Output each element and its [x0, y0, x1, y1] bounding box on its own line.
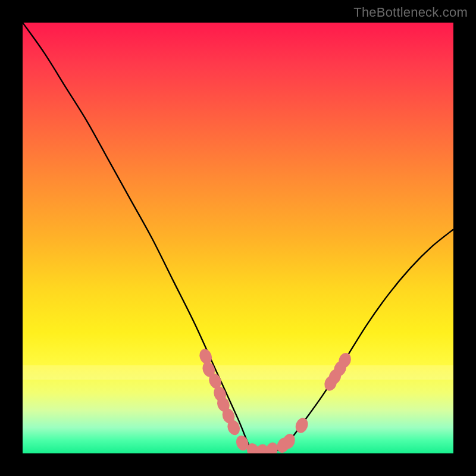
chart-overlay: [23, 23, 453, 453]
chart-frame: TheBottleneck.com: [0, 0, 476, 476]
watermark-text: TheBottleneck.com: [353, 5, 468, 20]
marker-group: [198, 347, 353, 453]
bottleneck-curve: [23, 23, 453, 453]
